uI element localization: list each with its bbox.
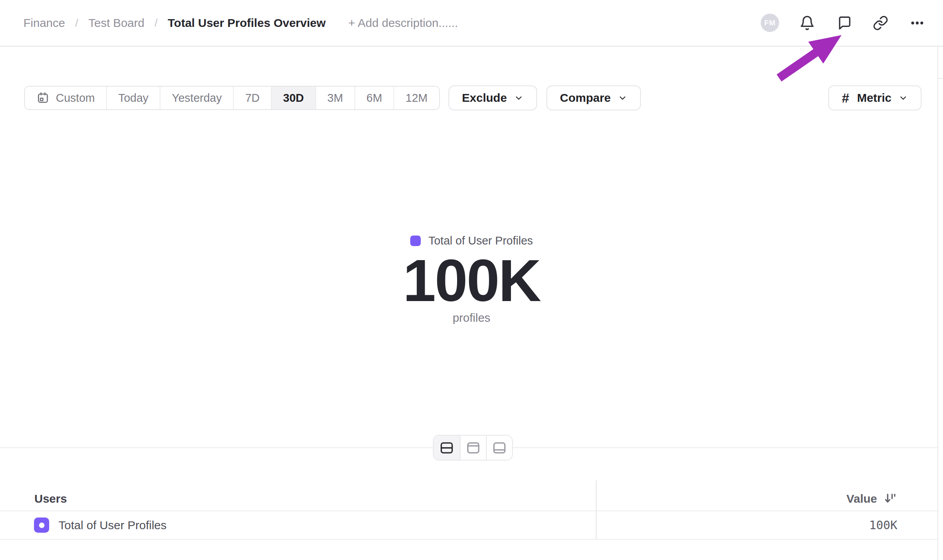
metric-legend: Total of User Profiles bbox=[0, 234, 943, 247]
row-label: Total of User Profiles bbox=[59, 519, 167, 532]
annotation-arrow bbox=[775, 31, 846, 85]
series-dot bbox=[39, 523, 44, 528]
compare-label: Compare bbox=[560, 91, 611, 105]
page: Finance / Test Board / Total User Profil… bbox=[0, 0, 943, 560]
bell-icon bbox=[799, 15, 815, 31]
date-range-6m[interactable]: 6M bbox=[354, 87, 393, 109]
date-range-control: Custom Today Yesterday 7D 30D 3M 6M 12M bbox=[24, 86, 440, 110]
view-toggle-split[interactable] bbox=[434, 436, 460, 460]
exclude-label: Exclude bbox=[462, 91, 507, 105]
table-row[interactable]: Total of User Profiles 100K bbox=[0, 511, 938, 539]
right-gutter-border bbox=[938, 47, 938, 560]
breadcrumb-separator: / bbox=[75, 17, 78, 29]
panel-top-icon bbox=[466, 441, 480, 454]
calendar-icon bbox=[36, 91, 50, 105]
view-toggle-group bbox=[433, 435, 513, 461]
chevron-down-icon bbox=[618, 93, 627, 103]
exclude-button[interactable]: Exclude bbox=[448, 85, 537, 110]
add-description-button[interactable]: + Add description...... bbox=[348, 16, 458, 30]
legend-label: Total of User Profiles bbox=[429, 234, 533, 247]
value-header-label: Value bbox=[847, 492, 877, 505]
ellipsis-icon bbox=[909, 15, 925, 31]
date-range-today[interactable]: Today bbox=[106, 87, 160, 109]
right-gutter-tick bbox=[938, 78, 943, 79]
annotation-arrow-shape bbox=[777, 35, 842, 82]
toolbar: Custom Today Yesterday 7D 30D 3M 6M 12M … bbox=[24, 85, 922, 110]
view-toggle-table-only[interactable] bbox=[486, 436, 512, 460]
users-column-header: Users bbox=[34, 492, 67, 505]
chevron-down-icon bbox=[514, 93, 523, 103]
date-range-30d[interactable]: 30D bbox=[271, 87, 315, 109]
comment-bubble-icon bbox=[836, 15, 852, 31]
link-icon bbox=[873, 15, 888, 31]
metric-unit: profiles bbox=[0, 311, 943, 324]
date-range-12m[interactable]: 12M bbox=[393, 87, 439, 109]
metric-label: Metric bbox=[857, 91, 891, 105]
table-row-divider bbox=[0, 539, 938, 540]
panel-bottom-icon bbox=[492, 441, 507, 454]
view-toggle-chart-only[interactable] bbox=[460, 436, 486, 460]
date-range-custom[interactable]: Custom bbox=[25, 87, 106, 109]
avatar[interactable]: FM bbox=[761, 14, 779, 32]
breadcrumb-finance[interactable]: Finance bbox=[23, 16, 65, 30]
metric-big-value: 100K bbox=[0, 248, 943, 313]
row-value: 100K bbox=[869, 518, 897, 532]
series-swatch-icon bbox=[34, 517, 49, 533]
date-range-7d[interactable]: 7D bbox=[233, 87, 271, 109]
date-range-3m[interactable]: 3M bbox=[315, 87, 354, 109]
value-column-header[interactable]: Value bbox=[847, 492, 897, 506]
breadcrumb-test-board[interactable]: Test Board bbox=[89, 16, 144, 30]
metric-button[interactable]: # Metric bbox=[828, 85, 922, 110]
header-actions: FM bbox=[761, 14, 926, 32]
breadcrumb-separator: / bbox=[155, 17, 158, 29]
comments-button[interactable] bbox=[835, 14, 852, 32]
page-title: Total User Profiles Overview bbox=[168, 16, 326, 30]
compare-button[interactable]: Compare bbox=[546, 85, 641, 110]
legend-swatch-icon bbox=[410, 236, 421, 246]
table-column-divider bbox=[596, 480, 597, 539]
hash-icon: # bbox=[842, 90, 849, 106]
notifications-button[interactable] bbox=[799, 14, 816, 32]
split-view-icon bbox=[439, 441, 454, 454]
more-options-button[interactable] bbox=[909, 14, 926, 32]
date-range-label: Custom bbox=[56, 92, 95, 105]
date-range-yesterday[interactable]: Yesterday bbox=[160, 87, 233, 109]
breadcrumb: Finance / Test Board / Total User Profil… bbox=[23, 16, 458, 30]
chevron-down-icon bbox=[899, 93, 908, 103]
sort-descending-icon bbox=[883, 492, 897, 506]
copy-link-button[interactable] bbox=[872, 14, 889, 32]
table-header: Users Value bbox=[0, 487, 938, 511]
